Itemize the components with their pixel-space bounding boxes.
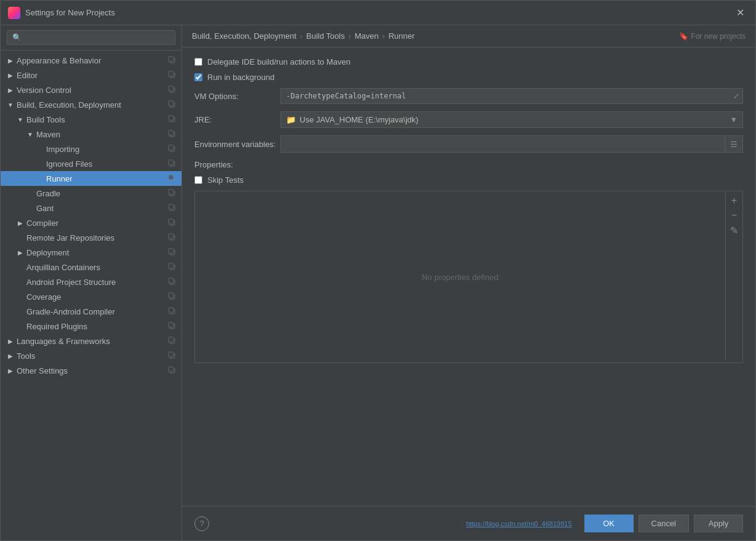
sidebar-item-build-tools[interactable]: ▼Build Tools [1, 112, 181, 127]
sidebar-item-editor[interactable]: ▶Editor [1, 68, 181, 82]
sidebar-item-tools[interactable]: ▶Tools [1, 348, 181, 363]
sidebar-item-version-control[interactable]: ▶Version Control [1, 82, 181, 97]
sidebar-item-importing[interactable]: Importing [1, 142, 181, 156]
svg-rect-33 [169, 293, 173, 298]
copy-icon [168, 233, 177, 242]
svg-rect-35 [169, 308, 173, 313]
copy-icon [168, 292, 177, 301]
close-button[interactable]: ✕ [733, 6, 748, 20]
sidebar-item-runner[interactable]: Runner [1, 171, 181, 186]
sidebar-item-coverage[interactable]: Coverage [1, 289, 181, 304]
svg-rect-11 [169, 130, 173, 135]
sidebar-item-build-execution[interactable]: ▼Build, Execution, Deployment [1, 97, 181, 112]
title-bar: Settings for New Projects ✕ [1, 1, 755, 25]
sidebar-item-android-structure[interactable]: Android Project Structure [1, 275, 181, 289]
arrow-icon [35, 159, 45, 169]
sidebar-item-label: Ignored Files [46, 159, 165, 169]
svg-rect-5 [169, 86, 173, 91]
breadcrumb-separator: › [348, 32, 351, 41]
sidebar-item-label: Build, Execution, Deployment [17, 100, 165, 110]
copy-icon [168, 307, 177, 316]
sidebar-item-label: Compiler [26, 218, 165, 228]
copy-icon [168, 130, 177, 138]
copy-icon [168, 204, 177, 212]
properties-list: No properties defined [195, 191, 725, 363]
arrow-icon [15, 233, 25, 242]
sidebar-item-languages[interactable]: ▶Languages & Frameworks [1, 334, 181, 348]
copy-icon [168, 159, 177, 168]
delegate-checkbox-row: Delegate IDE build/run actions to Maven [194, 57, 743, 66]
copy-icon [168, 100, 177, 109]
sidebar-item-gradle-android[interactable]: Gradle-Android Compiler [1, 304, 181, 319]
arrow-icon [15, 277, 25, 287]
breadcrumb-separator: › [382, 32, 384, 41]
bottom-right: https://blog.csdn.net/m0_46819915 OK Can… [466, 515, 743, 532]
sidebar-item-ignored-files[interactable]: Ignored Files [1, 156, 181, 171]
vm-options-expand-btn[interactable]: ⤢ [731, 90, 742, 102]
sidebar-item-appearance[interactable]: ▶Appearance & Behavior [1, 53, 181, 68]
search-box [1, 25, 181, 50]
sidebar-item-label: Other Settings [17, 366, 165, 375]
breadcrumb-separator: › [300, 32, 303, 41]
sidebar-item-label: Tools [17, 351, 165, 361]
ok-button[interactable]: OK [584, 515, 634, 532]
copy-icon [168, 248, 177, 257]
sidebar-item-other-settings[interactable]: ▶Other Settings [1, 363, 181, 378]
sidebar-item-gradle[interactable]: Gradle [1, 186, 181, 201]
sidebar-item-label: Gradle [36, 189, 165, 198]
bottom-left: ? [194, 516, 209, 531]
vm-options-input[interactable] [281, 88, 743, 104]
arrow-icon: ▼ [6, 100, 15, 110]
skip-tests-checkbox[interactable] [194, 176, 202, 184]
cancel-button[interactable]: Cancel [639, 515, 689, 532]
copy-icon [168, 322, 177, 331]
apply-button[interactable]: Apply [694, 515, 743, 532]
sidebar-item-label: Editor [17, 71, 165, 80]
properties-area: No properties defined + − ✎ [194, 191, 743, 363]
settings-dialog: Settings for New Projects ✕ ▶Appearance … [0, 0, 756, 541]
sidebar-item-remote-jar[interactable]: Remote Jar Repositories [1, 230, 181, 245]
arrow-icon: ▶ [6, 336, 15, 346]
copy-icon [168, 337, 177, 345]
skip-tests-row: Skip Tests [194, 175, 743, 185]
arrow-icon [15, 262, 25, 272]
copy-icon [168, 218, 177, 227]
copy-icon [168, 71, 177, 79]
watermark: https://blog.csdn.net/m0_46819915 [466, 520, 572, 527]
arrow-icon [15, 292, 25, 302]
sidebar-item-deployment[interactable]: ▶Deployment [1, 245, 181, 260]
sidebar-item-maven[interactable]: ▼Maven [1, 127, 181, 142]
env-vars-browse-btn[interactable]: ☰ [725, 135, 743, 153]
sidebar-item-required-plugins[interactable]: Required Plugins [1, 319, 181, 334]
window-title: Settings for New Projects [25, 8, 733, 17]
no-properties-text: No properties defined [422, 273, 498, 282]
breadcrumb-part-2: Maven [354, 31, 378, 41]
arrow-icon: ▶ [6, 366, 15, 375]
remove-property-button[interactable]: − [728, 209, 741, 222]
arrow-icon: ▶ [6, 351, 15, 361]
add-property-button[interactable]: + [728, 194, 741, 207]
sidebar-item-gant[interactable]: Gant [1, 201, 181, 215]
help-button[interactable]: ? [194, 516, 209, 531]
svg-rect-1 [169, 57, 173, 62]
sidebar-item-label: Maven [36, 130, 165, 139]
main-content: ▶Appearance & Behavior▶Editor▶Version Co… [1, 25, 755, 540]
sidebar-item-label: Required Plugins [26, 322, 165, 331]
nav-tree: ▶Appearance & Behavior▶Editor▶Version Co… [1, 50, 181, 540]
edit-property-button[interactable]: ✎ [728, 223, 741, 237]
env-vars-row: Environment variables: ☰ [194, 135, 743, 153]
run-background-checkbox[interactable] [194, 73, 202, 81]
sidebar-item-label: Gant [36, 204, 165, 213]
jre-select[interactable]: 📁 Use JAVA_HOME (E:\myjava\jdk) ▼ [281, 111, 743, 128]
sidebar-item-arquillian[interactable]: Arquillian Containers [1, 260, 181, 275]
env-vars-input[interactable] [281, 135, 725, 153]
delegate-checkbox[interactable] [194, 58, 202, 66]
copy-icon [168, 86, 177, 94]
copy-icon [168, 351, 177, 360]
search-input[interactable] [7, 30, 175, 45]
sidebar-item-label: Build Tools [26, 115, 165, 124]
copy-icon [168, 56, 177, 65]
jre-select-text: Use JAVA_HOME (E:\myjava\jdk) [300, 115, 418, 124]
sidebar-item-compiler[interactable]: ▶Compiler [1, 215, 181, 230]
sidebar-item-label: Appearance & Behavior [17, 56, 165, 65]
